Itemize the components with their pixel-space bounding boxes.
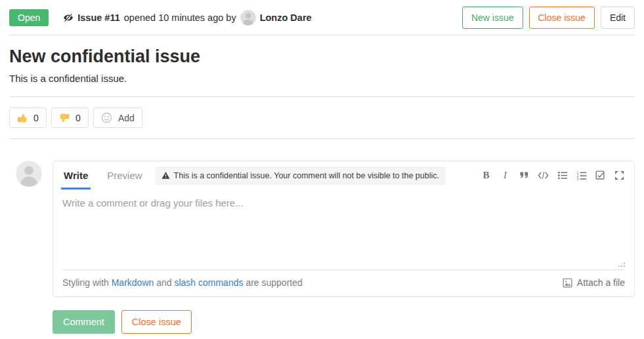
author-name[interactable]: Lonzo Dare xyxy=(260,12,312,23)
comment-form-footer: Styling with Markdown and slash commands… xyxy=(53,270,634,296)
markdown-link[interactable]: Markdown xyxy=(112,277,154,288)
tab-write[interactable]: Write xyxy=(62,161,89,189)
current-user-avatar xyxy=(16,161,42,187)
thumbs-down-button[interactable]: 0 xyxy=(51,108,89,128)
attach-file-button[interactable]: Attach a file xyxy=(563,277,625,288)
markdown-toolbar: B I xyxy=(481,170,625,182)
issue-page: Open Issue #11 opened 10 minutes ago by … xyxy=(0,0,644,334)
bulleted-list-icon[interactable] xyxy=(557,170,568,182)
thumbs-up-button[interactable]: 0 xyxy=(9,108,47,128)
close-issue-button-bottom[interactable]: Close issue xyxy=(121,310,192,334)
edit-button[interactable]: Edit xyxy=(601,7,635,29)
close-issue-button-top[interactable]: Close issue xyxy=(529,7,595,29)
code-icon[interactable] xyxy=(538,170,549,182)
award-emoji-row: 0 0 Add xyxy=(9,97,635,139)
thumbs-up-count: 0 xyxy=(33,113,39,123)
attach-file-label: Attach a file xyxy=(577,277,625,288)
tab-preview[interactable]: Preview xyxy=(107,170,142,181)
comment-actions: Comment Close issue xyxy=(53,310,635,334)
comment-editor-wrap xyxy=(62,189,625,270)
styling-suffix: are supported xyxy=(246,277,302,288)
warning-triangle-icon xyxy=(161,171,170,180)
status-badge: Open xyxy=(9,9,49,26)
comment-submit-button[interactable]: Comment xyxy=(53,310,115,334)
issue-header-bar: Open Issue #11 opened 10 minutes ago by … xyxy=(9,0,635,35)
header-actions: New issue Close issue Edit xyxy=(462,7,635,29)
styling-and: and xyxy=(156,277,171,288)
comment-column: Write Preview This is a confidential iss… xyxy=(53,161,635,334)
italic-icon[interactable]: I xyxy=(500,170,511,182)
svg-text:3: 3 xyxy=(576,177,578,180)
issue-description: This is a confidential issue. xyxy=(9,73,635,97)
styling-prefix: Styling with xyxy=(62,277,109,288)
comment-input[interactable] xyxy=(62,189,625,269)
issue-title: New confidential issue xyxy=(9,47,635,67)
bold-icon[interactable]: B xyxy=(481,170,492,182)
author-avatar[interactable] xyxy=(240,10,256,26)
numbered-list-icon[interactable]: 1 2 3 xyxy=(576,170,587,182)
styling-hint: Styling with Markdown and slash commands… xyxy=(62,277,303,288)
task-list-icon[interactable] xyxy=(595,170,606,182)
new-issue-button[interactable]: New issue xyxy=(462,7,523,29)
issue-opened-text: opened 10 minutes ago by xyxy=(124,12,236,23)
quote-icon[interactable] xyxy=(519,170,530,182)
confidential-warning: This is a confidential issue. Your comme… xyxy=(155,167,446,185)
smiley-icon xyxy=(101,112,112,123)
comment-area: Write Preview This is a confidential iss… xyxy=(16,161,635,334)
slash-commands-link[interactable]: slash commands xyxy=(174,277,243,288)
issue-number: Issue #11 xyxy=(77,12,120,23)
comment-form: Write Preview This is a confidential iss… xyxy=(53,161,635,297)
comment-form-header: Write Preview This is a confidential iss… xyxy=(53,161,634,189)
add-award-label: Add xyxy=(118,113,135,123)
thumbs-down-icon xyxy=(59,113,70,123)
attach-image-icon xyxy=(563,278,572,288)
issue-meta: Issue #11 opened 10 minutes ago by Lonzo… xyxy=(63,10,311,26)
confidential-eye-slash-icon xyxy=(63,12,74,23)
fullscreen-icon[interactable] xyxy=(614,170,625,182)
thumbs-down-count: 0 xyxy=(75,113,81,123)
thumbs-up-icon xyxy=(17,113,28,123)
confidential-warning-text: This is a confidential issue. Your comme… xyxy=(174,171,439,180)
add-award-emoji-button[interactable]: Add xyxy=(93,108,142,128)
